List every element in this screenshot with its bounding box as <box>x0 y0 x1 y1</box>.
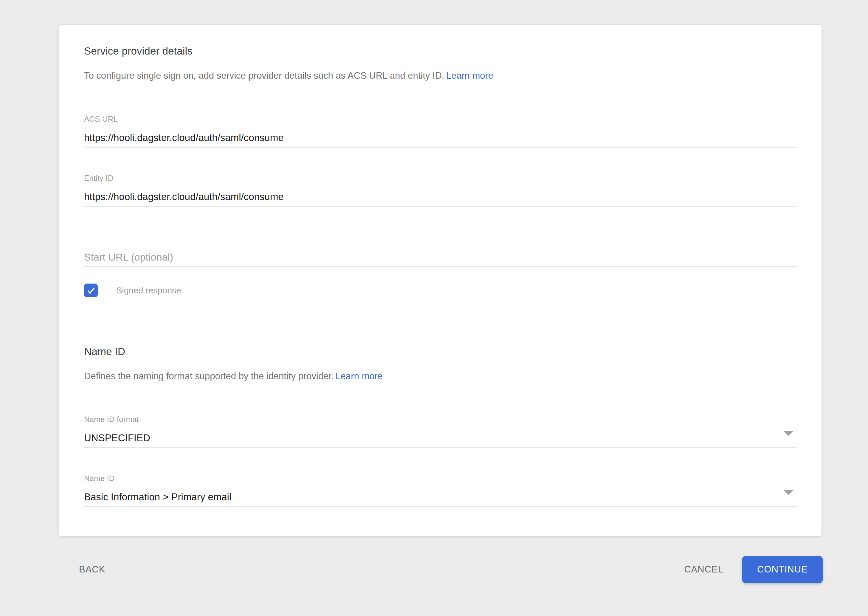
name-id-section-description-text: Defines the naming format supported by t… <box>84 371 334 381</box>
name-id-format-select[interactable]: Name ID format <box>84 415 797 448</box>
name-id-format-label: Name ID format <box>84 415 797 424</box>
acs-url-field: ACS URL <box>84 114 797 148</box>
cancel-button[interactable]: CANCEL <box>681 560 727 579</box>
name-id-value[interactable] <box>84 491 797 507</box>
arrow-drop-down-icon[interactable] <box>783 431 793 436</box>
arrow-drop-down-icon[interactable] <box>783 490 793 495</box>
start-url-field <box>84 251 797 267</box>
continue-button[interactable]: CONTINUE <box>742 556 823 583</box>
signed-response-row: Signed response <box>84 284 181 297</box>
learn-more-link[interactable]: Learn more <box>446 71 494 81</box>
card-description-text: To configure single sign on, add service… <box>84 71 444 81</box>
acs-url-label: ACS URL <box>84 114 797 124</box>
entity-id-input[interactable] <box>84 190 797 207</box>
acs-url-input[interactable] <box>84 132 797 148</box>
start-url-input[interactable] <box>84 251 797 267</box>
signed-response-label: Signed response <box>116 286 181 295</box>
entity-id-label: Entity ID <box>84 173 797 183</box>
back-button[interactable]: BACK <box>76 560 108 579</box>
service-provider-details-card: Service provider details To configure si… <box>59 24 822 536</box>
name-id-learn-more-link[interactable]: Learn more <box>335 371 383 381</box>
name-id-section-title: Name ID <box>84 345 125 358</box>
name-id-section-description: Defines the naming format supported by t… <box>84 370 383 383</box>
card-title: Service provider details <box>84 44 193 58</box>
name-id-label: Name ID <box>84 473 797 483</box>
signed-response-checkbox[interactable] <box>84 284 98 297</box>
entity-id-field: Entity ID <box>84 173 797 207</box>
card-description: To configure single sign on, add service… <box>84 69 493 82</box>
check-icon <box>86 286 96 295</box>
name-id-select[interactable]: Name ID <box>84 473 797 507</box>
name-id-format-value[interactable] <box>84 432 797 448</box>
